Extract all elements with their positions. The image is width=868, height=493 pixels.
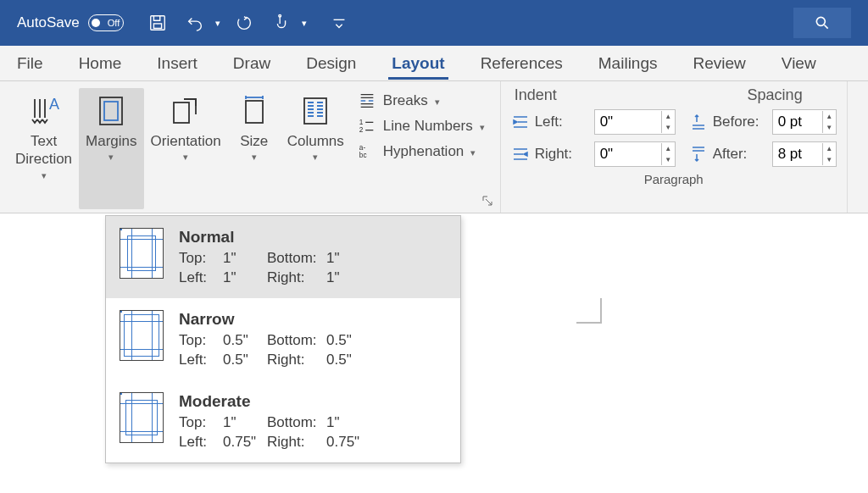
ribbon: A TextDirection ▾ Margins ▾ Orientation … bbox=[0, 81, 868, 213]
margin-option-title: Narrow bbox=[179, 310, 447, 329]
chevron-down-icon: ▾ bbox=[42, 170, 47, 182]
search-icon bbox=[814, 14, 831, 31]
indent-left-label: Left: bbox=[535, 114, 589, 130]
margin-option-title: Moderate bbox=[179, 392, 447, 411]
autosave-label: AutoSave bbox=[17, 14, 80, 31]
indent-right-label: Right: bbox=[535, 146, 589, 163]
spacing-before-label: Before: bbox=[713, 114, 767, 130]
undo-caret-icon[interactable]: ▾ bbox=[215, 18, 220, 29]
margins-button[interactable]: Margins ▾ bbox=[79, 88, 143, 209]
customize-qat-button[interactable] bbox=[326, 9, 353, 36]
spacing-before-icon bbox=[689, 114, 708, 130]
indent-right-icon bbox=[511, 146, 530, 163]
spacing-after-label: After: bbox=[713, 146, 767, 163]
titlebar: AutoSave Off ▾ ▾ bbox=[0, 0, 868, 46]
chevron-down-icon: ▾ bbox=[252, 152, 257, 163]
tab-file[interactable]: File bbox=[14, 47, 47, 80]
touch-caret-icon[interactable]: ▾ bbox=[302, 18, 307, 29]
svg-text:1: 1 bbox=[359, 119, 364, 126]
save-button[interactable] bbox=[144, 9, 171, 36]
tab-references[interactable]: References bbox=[477, 47, 566, 80]
spacing-after-icon bbox=[689, 146, 708, 163]
spinner-up-icon[interactable]: ▲ bbox=[662, 143, 675, 154]
tab-home[interactable]: Home bbox=[75, 47, 125, 80]
chevron-down-icon: ▾ bbox=[108, 152, 114, 163]
search-button[interactable] bbox=[793, 8, 851, 38]
size-icon bbox=[237, 94, 271, 128]
svg-rect-8 bbox=[174, 102, 189, 123]
columns-button[interactable]: Columns ▾ bbox=[281, 88, 351, 209]
chevron-down-icon: ▾ bbox=[313, 152, 318, 163]
indent-right-input[interactable]: ▲▼ bbox=[594, 141, 676, 167]
autosave-control[interactable]: AutoSave Off bbox=[17, 14, 124, 31]
paragraph-group-label: Paragraph bbox=[511, 172, 837, 186]
breaks-button[interactable]: Breaks▾ bbox=[358, 91, 485, 110]
ribbon-tabs: File Home Insert Draw Design Layout Refe… bbox=[0, 46, 868, 81]
line-numbers-button[interactable]: 12 Line Numbers▾ bbox=[358, 117, 485, 136]
undo-button[interactable] bbox=[181, 9, 209, 36]
tab-view[interactable]: View bbox=[778, 47, 820, 80]
orientation-icon bbox=[169, 94, 203, 128]
margin-option-normal[interactable]: Normal Top:1" Bottom:1" Left:1" Right:1" bbox=[106, 216, 460, 298]
spinner-down-icon[interactable]: ▼ bbox=[823, 122, 836, 133]
spinner-down-icon[interactable]: ▼ bbox=[823, 154, 836, 165]
margin-thumb-icon bbox=[120, 228, 164, 279]
columns-icon bbox=[298, 94, 332, 128]
hyphenation-button[interactable]: a-bc Hyphenation▾ bbox=[358, 142, 485, 161]
svg-point-4 bbox=[816, 17, 825, 25]
svg-rect-1 bbox=[153, 24, 161, 28]
spinner-up-icon[interactable]: ▲ bbox=[823, 111, 836, 122]
chevron-down-icon: ▾ bbox=[183, 152, 188, 163]
spacing-after-input[interactable]: ▲▼ bbox=[772, 141, 837, 167]
spinner-up-icon[interactable]: ▲ bbox=[662, 111, 675, 122]
text-direction-icon: A bbox=[27, 94, 61, 128]
spinner-down-icon[interactable]: ▼ bbox=[662, 154, 675, 165]
page-setup-group: A TextDirection ▾ Margins ▾ Orientation … bbox=[0, 81, 501, 213]
save-icon bbox=[148, 14, 167, 32]
spinner-down-icon[interactable]: ▼ bbox=[662, 122, 675, 133]
svg-text:2: 2 bbox=[359, 126, 364, 134]
margin-option-title: Normal bbox=[179, 228, 447, 246]
svg-text:A: A bbox=[49, 96, 59, 113]
size-button[interactable]: Size ▾ bbox=[228, 88, 281, 209]
tab-insert[interactable]: Insert bbox=[153, 47, 201, 80]
tab-review[interactable]: Review bbox=[690, 47, 749, 80]
hyphenation-icon: a-bc bbox=[358, 142, 376, 161]
paragraph-group: Indent Spacing Left: ▲▼ Before: ▲▼ Right… bbox=[501, 81, 848, 213]
text-direction-button[interactable]: A TextDirection ▾ bbox=[8, 88, 79, 209]
indent-left-icon bbox=[511, 114, 530, 130]
tab-mailings[interactable]: Mailings bbox=[595, 47, 661, 80]
margin-thumb-icon bbox=[120, 310, 164, 361]
page-setup-sublist: Breaks▾ 12 Line Numbers▾ a-bc Hyphenatio… bbox=[351, 88, 492, 209]
svg-point-2 bbox=[237, 17, 250, 30]
line-numbers-icon: 12 bbox=[358, 117, 376, 136]
svg-text:bc: bc bbox=[359, 152, 367, 159]
repeat-button[interactable] bbox=[231, 9, 258, 36]
indent-left-input[interactable]: ▲▼ bbox=[594, 109, 676, 135]
margin-option-narrow[interactable]: Narrow Top:0.5" Bottom:0.5" Left:0.5" Ri… bbox=[106, 298, 460, 380]
chevron-down-icon: ▾ bbox=[435, 97, 440, 108]
autosave-toggle[interactable]: Off bbox=[88, 14, 124, 31]
svg-rect-7 bbox=[104, 102, 118, 120]
orientation-button[interactable]: Orientation ▾ bbox=[144, 88, 228, 209]
svg-text:a-: a- bbox=[359, 144, 366, 152]
dialog-launcher-icon bbox=[481, 195, 493, 207]
margin-option-moderate[interactable]: Moderate Top:1" Bottom:1" Left:0.75" Rig… bbox=[106, 380, 460, 463]
tab-draw[interactable]: Draw bbox=[230, 47, 274, 80]
tab-layout[interactable]: Layout bbox=[388, 47, 448, 80]
tab-design[interactable]: Design bbox=[303, 47, 359, 80]
spacing-before-input[interactable]: ▲▼ bbox=[772, 109, 837, 135]
breaks-icon bbox=[358, 91, 376, 110]
svg-rect-10 bbox=[304, 98, 326, 124]
svg-rect-9 bbox=[246, 101, 263, 123]
spinner-up-icon[interactable]: ▲ bbox=[823, 143, 836, 154]
page-setup-dialog-launcher[interactable] bbox=[481, 195, 493, 209]
chevron-down-bar-icon bbox=[330, 14, 348, 32]
chevron-down-icon: ▾ bbox=[480, 122, 485, 133]
touch-mode-button[interactable] bbox=[268, 9, 295, 36]
indent-heading: Indent bbox=[515, 86, 557, 104]
margin-thumb-icon bbox=[120, 392, 164, 443]
chevron-down-icon: ▾ bbox=[470, 147, 476, 158]
repeat-icon bbox=[235, 14, 253, 32]
margins-icon bbox=[94, 94, 128, 128]
